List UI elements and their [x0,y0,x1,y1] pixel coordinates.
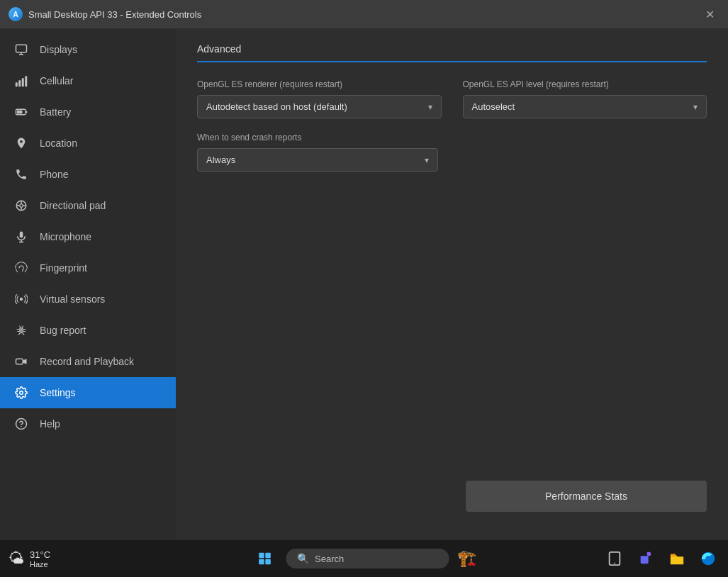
svg-point-24 [21,426,22,427]
sidebar-item-cellular-label: Cellular [40,75,73,86]
opengl-renderer-dropdown[interactable]: Autodetect based on host (default) ▾ [197,95,442,118]
cellular-icon [14,74,28,88]
sidebar-item-phone-label: Phone [40,169,68,180]
sidebar-item-bug-report[interactable]: Bug report [0,315,176,346]
opengl-api-group: OpenGL ES API level (requires restart) A… [463,79,707,118]
svg-rect-8 [17,111,23,114]
svg-rect-26 [265,553,271,559]
svg-point-30 [614,563,615,564]
sidebar-item-record-playback[interactable]: Record and Playback [0,346,176,377]
opengl-row: OpenGL ES renderer (requires restart) Au… [197,79,707,118]
taskbar-edge[interactable] [697,547,719,570]
opengl-api-value: Autoselect [472,101,515,112]
content-area: Advanced OpenGL ES renderer (requires re… [176,28,728,540]
sidebar-item-location-label: Location [40,138,77,149]
sidebar-item-phone[interactable]: Phone [0,159,176,190]
sidebar-item-microphone-label: Microphone [40,231,91,242]
svg-rect-6 [25,76,27,86]
form-section: OpenGL ES renderer (requires restart) Au… [197,79,707,172]
title-bar-left: A Small Desktop API 33 - Extended Contro… [9,7,201,21]
sidebar-item-virtual-sensors-label: Virtual sensors [40,293,105,305]
sidebar-item-displays[interactable]: Displays [0,34,176,65]
title-bar: A Small Desktop API 33 - Extended Contro… [0,0,728,28]
weather-temp: 31°C [30,549,50,560]
sidebar-item-directional-pad-label: Directional pad [40,200,106,211]
crash-row: When to send crash reports Always ▾ [197,133,438,172]
svg-rect-27 [259,559,264,565]
sensors-icon [14,292,28,306]
svg-marker-21 [23,359,26,364]
opengl-renderer-value: Autodetect based on host (default) [206,101,347,112]
fingerprint-icon [14,261,28,275]
help-icon [14,417,28,431]
performance-stats-button[interactable]: Performance Stats [466,481,707,512]
crash-report-label: When to send crash reports [197,133,438,142]
sidebar-item-record-playback-label: Record and Playback [40,356,134,367]
svg-rect-3 [16,82,18,86]
sidebar-item-virtual-sensors[interactable]: Virtual sensors [0,284,176,315]
weather-text: 31°C Haze [30,549,50,568]
record-icon [14,354,28,369]
sidebar-item-battery[interactable]: Battery [0,96,176,128]
opengl-renderer-arrow: ▾ [428,102,432,112]
taskbar: 🌤 31°C Haze 🔍 Search 🏗️ [0,540,728,577]
svg-rect-20 [16,359,23,364]
svg-point-11 [20,204,23,208]
crash-report-value: Always [206,155,235,165]
monitor-icon [14,43,28,57]
microphone-icon [14,230,28,244]
lighthouse-icon[interactable]: 🏗️ [457,549,476,568]
search-bar[interactable]: 🔍 Search [286,549,449,568]
svg-point-19 [20,298,23,301]
search-icon: 🔍 [297,553,309,564]
taskbar-teams[interactable] [634,547,657,570]
sidebar: Displays Cellular Battery Location Phone [0,28,176,540]
dpad-icon [14,198,28,213]
taskbar-file-explorer[interactable] [666,547,688,570]
sidebar-item-fingerprint-label: Fingerprint [40,262,87,274]
crash-report-arrow: ▾ [425,155,429,165]
opengl-api-dropdown[interactable]: Autoselect ▾ [463,95,707,118]
sidebar-item-settings[interactable]: Settings [0,377,176,408]
opengl-api-arrow: ▾ [693,102,698,112]
sidebar-item-settings-label: Settings [40,387,76,398]
window-title: Small Desktop API 33 - Extended Controls [28,9,201,20]
sidebar-item-bug-report-label: Bug report [40,325,86,336]
sidebar-item-location[interactable]: Location [0,128,176,159]
sidebar-item-directional-pad[interactable]: Directional pad [0,190,176,221]
tab-advanced-label: Advanced [197,43,241,55]
sidebar-item-help[interactable]: Help [0,408,176,439]
opengl-renderer-label: OpenGL ES renderer (requires restart) [197,79,442,89]
weather-condition: Haze [30,560,50,568]
svg-rect-32 [671,554,676,557]
taskbar-weather: 🌤 31°C Haze [9,549,164,568]
main-container: Displays Cellular Battery Location Phone [0,28,728,540]
weather-icon: 🌤 [9,549,24,568]
crash-report-group: When to send crash reports Always ▾ [197,133,438,172]
battery-icon [14,105,28,119]
svg-rect-16 [20,232,23,238]
tab-advanced[interactable]: Advanced [197,43,707,62]
search-text: Search [315,554,344,564]
sidebar-item-fingerprint[interactable]: Fingerprint [0,252,176,284]
svg-point-31 [647,552,651,556]
opengl-renderer-group: OpenGL ES renderer (requires restart) Au… [197,79,442,118]
opengl-api-label: OpenGL ES API level (requires restart) [463,79,707,89]
svg-rect-5 [22,78,24,86]
location-icon [14,136,28,150]
bug-icon [14,323,28,337]
sidebar-item-cellular[interactable]: Cellular [0,65,176,96]
taskbar-tablet-mode[interactable] [603,547,626,570]
sidebar-item-help-label: Help [40,418,60,430]
settings-icon [14,386,28,400]
sidebar-item-displays-label: Displays [40,44,77,55]
svg-rect-4 [18,80,21,86]
close-button[interactable]: ✕ [700,4,719,24]
svg-point-22 [20,391,23,395]
phone-icon [14,167,28,181]
start-button[interactable] [252,546,277,571]
svg-rect-28 [265,559,271,565]
crash-report-dropdown[interactable]: Always ▾ [197,148,438,172]
sidebar-item-microphone[interactable]: Microphone [0,221,176,252]
svg-rect-0 [16,45,27,52]
